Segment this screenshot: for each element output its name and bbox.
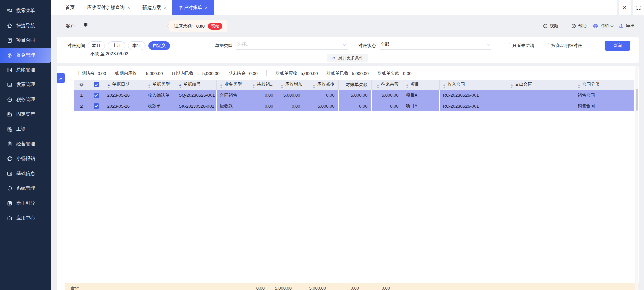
doc-type-select[interactable]: 选择...: [236, 41, 348, 50]
tab-新建方案[interactable]: 新建方案 ×: [136, 0, 172, 15]
row-checkbox[interactable]: [94, 93, 99, 98]
sort-icon[interactable]: [443, 84, 446, 88]
stat-label: 对账单应收: [276, 70, 297, 76]
table-row[interactable]: 22023-05-26收款单SK-20230526-001应收款0.000.00…: [74, 101, 634, 111]
total-ar_increase: 5,000.00: [268, 283, 295, 290]
sidebar-item-label: 税务管理: [16, 97, 35, 103]
sidebar-item-operations[interactable]: 经营管理: [0, 137, 51, 151]
print-button[interactable]: 打印: [593, 23, 613, 29]
sidebar-item-fixed-assets[interactable]: 固定资产: [0, 107, 51, 122]
total-doc_no: [166, 283, 207, 290]
period-option-上月[interactable]: 上月: [108, 41, 125, 50]
column-settings-header[interactable]: [74, 80, 89, 90]
close-window-button[interactable]: ×: [617, 0, 631, 15]
sidebar-item-ledger[interactable]: 总账管理: [0, 63, 51, 77]
sidebar-item-xiaochang[interactable]: 小畅报销: [0, 151, 51, 166]
cell-expense_contract: [507, 101, 574, 111]
table-row[interactable]: 12023-05-26收入确认单SQ-20230526-001合同销售0.005…: [74, 90, 634, 101]
sidebar-item-system[interactable]: 系统管理: [0, 181, 51, 196]
sort-icon[interactable]: [578, 84, 580, 88]
tab-close-icon[interactable]: ×: [205, 5, 207, 10]
customer-label: 客户: [66, 23, 75, 29]
sidebar-item-label: 快捷导航: [16, 23, 35, 29]
app-center-icon: [7, 215, 13, 221]
period-option-本月[interactable]: 本月: [88, 41, 105, 50]
column-header-doc_type[interactable]: 单据类型: [144, 80, 175, 90]
tab-应收应付余额查询[interactable]: 应收应付余额查询 ×: [81, 0, 136, 15]
sort-icon[interactable]: [179, 84, 182, 88]
tab-label: 客户对账单: [179, 5, 202, 11]
sidebar-item-app-center[interactable]: 应用中心: [0, 211, 51, 225]
statement-table-panel: » 上期结余 0.00 账期内应收 ↑ 5,000.00 账期内已收 ↓ 5,0…: [57, 66, 639, 290]
column-header-ar_decrease[interactable]: 应收减少: [304, 80, 338, 90]
sort-icon[interactable]: [148, 84, 151, 88]
doc-number-link[interactable]: SQ-20230526-001: [179, 93, 215, 98]
doc-number-link[interactable]: SK-20230526-001: [179, 104, 215, 109]
fullscreen-button[interactable]: [631, 0, 644, 15]
query-button[interactable]: 查询: [605, 41, 630, 51]
column-header-contract_category[interactable]: 合同分类: [574, 80, 634, 90]
column-header-date[interactable]: 单据日期: [104, 80, 144, 90]
sort-icon[interactable]: [107, 84, 110, 88]
select-all-checkbox[interactable]: [94, 82, 99, 87]
expand-sidebar-panel-button[interactable]: »: [57, 73, 65, 83]
sidebar-item-contract[interactable]: 项目合同: [0, 33, 51, 48]
tab-客户对账单[interactable]: 客户对账单 ×: [172, 0, 214, 15]
tab-首页[interactable]: 首页: [59, 0, 81, 15]
unsettled-only-checkbox[interactable]: 只看未结清: [505, 43, 534, 49]
period-option-自定义[interactable]: 自定义: [148, 41, 170, 50]
column-header-biz_type[interactable]: 业务类型: [216, 80, 249, 90]
vertical-scrollbar[interactable]: [635, 66, 638, 290]
sidebar-item-funds[interactable]: 资金管理: [0, 48, 51, 63]
sidebar-item-label: 项目合同: [16, 37, 35, 43]
stat-value: 5,000.00: [202, 71, 220, 76]
column-header-statement_debt[interactable]: 对账单欠款: [338, 80, 371, 90]
tab-label: 首页: [65, 5, 75, 11]
column-header-ar_increase[interactable]: 应收增加: [277, 80, 304, 90]
column-header-doc_no[interactable]: 单据编号: [175, 80, 216, 90]
sidebar-item-invoice[interactable]: 发票管理: [0, 77, 51, 92]
row-checkbox[interactable]: [94, 103, 99, 109]
sidebar-item-home[interactable]: 快捷导航: [0, 18, 51, 33]
by-product-detail-checkbox[interactable]: 按商品明细对账: [544, 43, 582, 49]
column-header-project[interactable]: 项目: [402, 80, 439, 90]
column-header-pending[interactable]: 待核销...: [249, 80, 277, 90]
total-doc_type: [135, 283, 166, 290]
stat-value: 0.00: [403, 71, 411, 76]
total-balance: 0.00: [362, 283, 393, 290]
column-header-expense_contract[interactable]: 支出合同: [507, 80, 574, 90]
sort-icon[interactable]: [510, 84, 513, 88]
period-option-本年[interactable]: 本年: [128, 41, 146, 50]
cell-project: 项目A: [402, 101, 439, 111]
help-button[interactable]: 帮助: [571, 23, 587, 29]
sort-icon[interactable]: [281, 84, 283, 88]
sort-icon[interactable]: [220, 84, 223, 88]
sidebar-item-guide[interactable]: 新手引导: [0, 196, 51, 211]
tab-close-icon[interactable]: ×: [164, 5, 166, 10]
sort-icon[interactable]: [313, 84, 315, 88]
customer-picker-field[interactable]: 甲 ···: [83, 22, 154, 30]
export-button[interactable]: 导出: [619, 23, 635, 29]
sidebar-item-salary[interactable]: 工资: [0, 122, 51, 137]
ellipsis-picker-icon[interactable]: ···: [148, 26, 153, 28]
sort-icon[interactable]: [252, 84, 255, 88]
sidebar-item-label: 工资: [16, 126, 26, 132]
status-select[interactable]: 全部: [380, 41, 491, 50]
period-range-value[interactable]: 不限 至 2023-06-02: [90, 51, 128, 57]
app-window: 搜索菜单 快捷导航 项目合同 资金管理 总账管理 发票管理 税务管理 固定资产 …: [0, 0, 644, 290]
sort-icon[interactable]: [377, 84, 379, 88]
scrollbar-thumb[interactable]: [636, 89, 638, 111]
sidebar-item-base-info[interactable]: 基础信息: [0, 166, 51, 181]
cell-balance: 5,000.00: [371, 90, 402, 101]
sort-icon[interactable]: [406, 84, 409, 88]
tab-close-icon[interactable]: ×: [127, 5, 130, 10]
column-header-income_contract[interactable]: 收入合同: [439, 80, 507, 90]
column-header-balance[interactable]: 往来余额: [371, 80, 402, 90]
cell-date: 2023-05-26: [104, 101, 144, 111]
sidebar-item-search[interactable]: 搜索菜单: [0, 3, 51, 18]
sidebar-item-label: 应用中心: [16, 215, 35, 221]
video-button[interactable]: 视频: [543, 23, 558, 29]
expand-more-button[interactable]: 展开更多条件: [327, 54, 368, 62]
sidebar-item-tax[interactable]: 税务管理: [0, 92, 51, 107]
fixed-assets-icon: [7, 111, 13, 117]
